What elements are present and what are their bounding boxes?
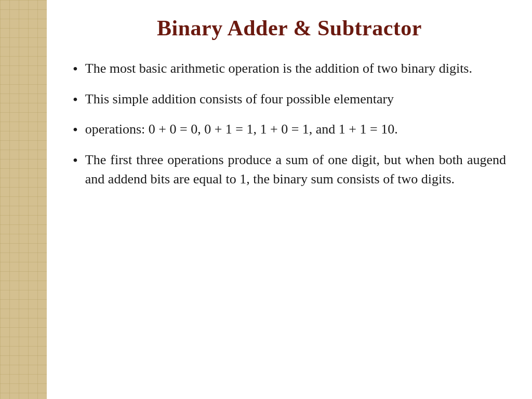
bullet-dot-3: • xyxy=(73,119,78,141)
bullet-text-1: The most basic arithmetic operation is t… xyxy=(85,59,506,78)
sidebar-decoration xyxy=(0,0,47,399)
bullet-list: • The most basic arithmetic operation is… xyxy=(73,59,506,198)
slide-title: Binary Adder & Subtractor xyxy=(73,16,506,41)
bullet-item-4: • The first three operations produce a s… xyxy=(73,150,506,189)
bullet-dot-1: • xyxy=(73,59,78,80)
bullet-text-2: This simple addition consists of four po… xyxy=(85,89,506,109)
bullet-item-1: • The most basic arithmetic operation is… xyxy=(73,59,506,80)
bullet-text-3: operations: 0 + 0 = 0, 0 + 1 = 1, 1 + 0 … xyxy=(85,119,506,139)
bullet-dot-2: • xyxy=(73,89,78,111)
bullet-text-4: The first three operations produce a sum… xyxy=(85,150,506,189)
bullet-item-2: • This simple addition consists of four … xyxy=(73,89,506,111)
slide-content: Binary Adder & Subtractor • The most bas… xyxy=(47,0,532,399)
bullet-item-3: • operations: 0 + 0 = 0, 0 + 1 = 1, 1 + … xyxy=(73,119,506,141)
bullet-dot-4: • xyxy=(73,150,78,171)
